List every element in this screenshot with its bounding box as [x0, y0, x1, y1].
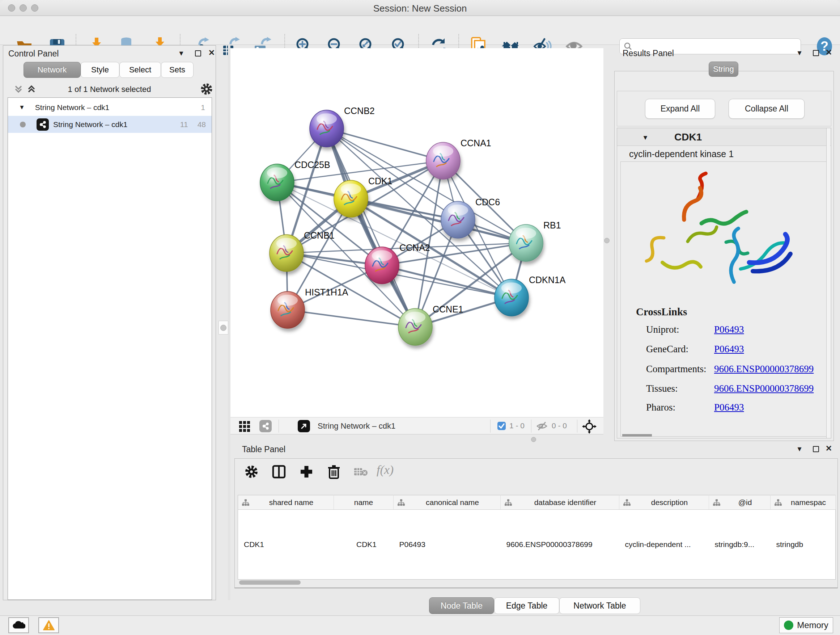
table-panel-close-button[interactable]: ✕ — [824, 444, 834, 453]
crosslink-link[interactable]: P06493 — [714, 344, 744, 355]
table-cell[interactable]: CDK1 — [334, 510, 393, 580]
column-header--id[interactable]: @id — [709, 495, 771, 510]
results-panel-menu-caret-icon[interactable]: ▾ — [794, 49, 805, 57]
control-panel-close-button[interactable]: ✕ — [207, 49, 217, 57]
show-columns-icon[interactable] — [271, 464, 287, 480]
table-panel: f(x) shared namenamecanonical namedataba… — [234, 458, 838, 588]
memory-button[interactable]: Memory — [779, 617, 833, 633]
table-cell[interactable]: 9606.ENSP00000378699 — [501, 510, 619, 580]
crosslink-link[interactable]: P06493 — [714, 402, 744, 413]
network-node-ccnb2[interactable] — [309, 110, 344, 147]
crosslink-link[interactable]: 9606.ENSP00000378699 — [714, 383, 813, 394]
string-network-graph[interactable]: CCNB2CCNA1CDC25BCDK1CDC6RB1CCNB1CCNA2CDK… — [231, 48, 603, 417]
column-header-database-identifier[interactable]: database identifier — [501, 495, 619, 510]
selected-checkbox-icon[interactable] — [497, 421, 506, 432]
gene-header[interactable]: ▼ CDK1 — [617, 128, 831, 146]
node-table[interactable]: shared namenamecanonical namedatabase id… — [238, 495, 836, 580]
node-table-header-row[interactable]: shared namenamecanonical namedatabase id… — [238, 495, 836, 510]
column-header-name[interactable]: name — [334, 495, 393, 510]
results-scrollbar-track[interactable] — [826, 128, 830, 438]
network-node-hist1h1a[interactable] — [271, 291, 305, 328]
memory-status-dot — [784, 621, 793, 630]
column-header-description[interactable]: description — [619, 495, 709, 510]
network-node-ccna1[interactable] — [426, 142, 460, 179]
tab-select[interactable]: Select — [119, 62, 161, 78]
network-node-count: 11 — [180, 120, 188, 129]
gene-symbol: CDK1 — [674, 131, 702, 143]
crosslink-link[interactable]: 9606.ENSP00000378699 — [714, 363, 813, 375]
gene-collapse-caret-icon[interactable]: ▼ — [642, 134, 649, 141]
control-panel-float-button[interactable] — [193, 50, 203, 58]
network-options-gear-icon[interactable] — [200, 82, 213, 97]
shared-column-icon — [504, 499, 512, 506]
right-splitter-grip[interactable] — [604, 238, 609, 243]
crosslinks-hscrollbar[interactable] — [622, 434, 652, 437]
node-label-ccnb1: CCNB1 — [304, 230, 335, 241]
crosslink-row: Uniprot:P06493 — [621, 324, 828, 344]
network-overview-share-icon[interactable] — [259, 420, 272, 432]
results-panel-close-button[interactable]: ✕ — [824, 48, 834, 57]
crosslinks-title: CrossLinks — [636, 306, 687, 318]
collection-collapse-caret-icon[interactable]: ▼ — [19, 104, 25, 111]
network-node-ccne1[interactable] — [398, 309, 432, 345]
tab-network-table[interactable]: Network Table — [559, 597, 640, 614]
network-node-ccna2[interactable] — [365, 247, 399, 284]
table-cell[interactable]: cyclin-dependent ... — [619, 510, 709, 580]
table-panel-float-button[interactable] — [811, 445, 821, 454]
node-table-data-row[interactable]: CDK1CDK1P064939606.ENSP00000378699cyclin… — [238, 510, 836, 580]
warnings-button[interactable] — [38, 617, 59, 633]
title-bar: Session: New Session — [0, 0, 840, 16]
tab-node-table[interactable]: Node Table — [429, 597, 494, 614]
node-label-ccna1: CCNA1 — [461, 138, 491, 148]
network-edge-count: 48 — [197, 120, 206, 129]
node-label-ccna2: CCNA2 — [399, 242, 430, 253]
network-node-cdkn1a[interactable] — [494, 279, 529, 316]
tab-style[interactable]: Style — [81, 62, 119, 78]
open-in-window-icon[interactable] — [298, 420, 310, 432]
network-edge[interactable] — [287, 310, 415, 327]
table-cell[interactable]: P06493 — [393, 510, 501, 580]
table-cell[interactable]: CDK1 — [238, 510, 334, 580]
bottom-splitter-grip[interactable] — [531, 437, 536, 442]
crosslink-row: Compartments:9606.ENSP00000378699 — [621, 363, 828, 383]
panel-splitter[interactable] — [228, 45, 231, 600]
network-canvas[interactable]: CCNB2CCNA1CDC25BCDK1CDC6RB1CCNB1CCNA2CDK… — [231, 48, 603, 417]
left-splitter-grip[interactable] — [220, 325, 226, 331]
control-panel-menu-caret-icon[interactable]: ▾ — [176, 49, 186, 57]
hidden-eye-slash-icon — [536, 421, 548, 433]
selected-count: 1 - 0 — [509, 421, 524, 430]
network-collection-row[interactable]: ▼ String Network – cdk1 1 — [8, 99, 212, 116]
tab-network[interactable]: Network — [24, 62, 81, 78]
network-node-rb1[interactable] — [509, 225, 543, 261]
tab-sets[interactable]: Sets — [161, 62, 194, 78]
add-column-plus-icon[interactable] — [298, 464, 314, 480]
network-node-ccnb1[interactable] — [270, 234, 303, 272]
expand-all-button[interactable]: Expand All — [645, 99, 715, 119]
table-hscrollbar-thumb[interactable] — [239, 580, 301, 585]
table-panel-menu-caret-icon[interactable]: ▾ — [794, 445, 805, 453]
cytoscape-window: { "window": { "title": "Session: New Ses… — [0, 0, 840, 635]
column-header-shared-name[interactable]: shared name — [238, 495, 334, 510]
collapse-all-button[interactable]: Collapse All — [729, 99, 805, 119]
cloud-status-button[interactable] — [8, 617, 29, 633]
network-node-cdk1[interactable] — [334, 180, 368, 217]
window-title: Session: New Session — [0, 3, 840, 14]
results-panel-float-button[interactable] — [811, 49, 821, 58]
network-row-selected[interactable]: String Network – cdk1 11 48 — [8, 116, 212, 133]
network-node-cdc6[interactable] — [441, 201, 475, 238]
column-header-namespac[interactable]: namespac — [771, 495, 836, 510]
column-header-canonical-name[interactable]: canonical name — [393, 495, 501, 510]
delete-column-trash-icon[interactable] — [326, 464, 342, 480]
main-toolbar: ? — [0, 16, 840, 45]
tab-string[interactable]: String — [709, 62, 738, 77]
pan-crosshair-icon[interactable] — [582, 419, 597, 435]
network-node-cdc25b[interactable] — [260, 164, 294, 201]
crosslink-link[interactable]: P06493 — [714, 324, 744, 335]
table-cell[interactable]: stringdb — [771, 510, 836, 580]
expand-collapse-bar: Expand All Collapse All — [617, 91, 831, 126]
tab-edge-table[interactable]: Edge Table — [494, 597, 559, 614]
birds-eye-view-icon[interactable] — [238, 420, 251, 434]
shared-column-icon — [713, 499, 721, 506]
table-settings-gear-icon[interactable] — [243, 464, 259, 480]
table-cell[interactable]: stringdb:9... — [709, 510, 771, 580]
